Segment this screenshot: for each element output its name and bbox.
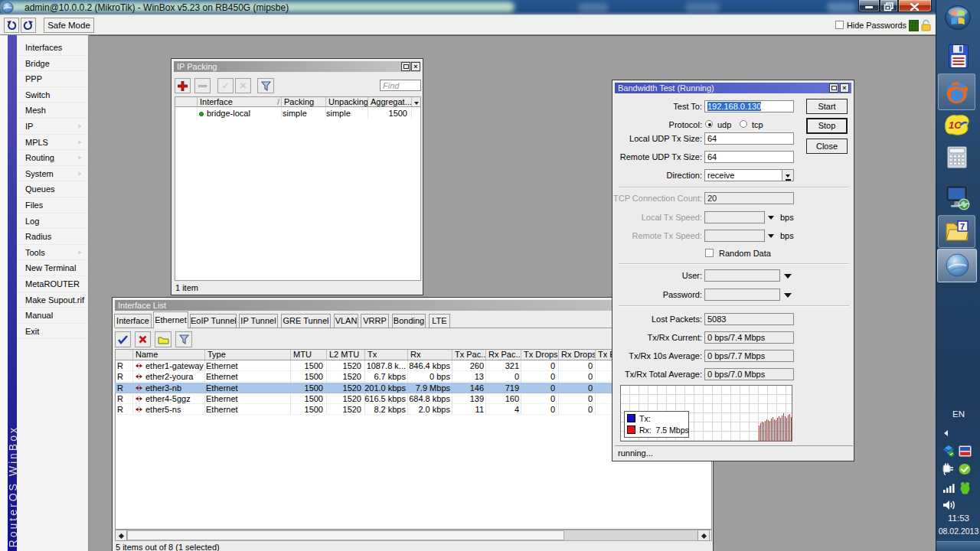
svg-text:7: 7 <box>960 222 965 231</box>
